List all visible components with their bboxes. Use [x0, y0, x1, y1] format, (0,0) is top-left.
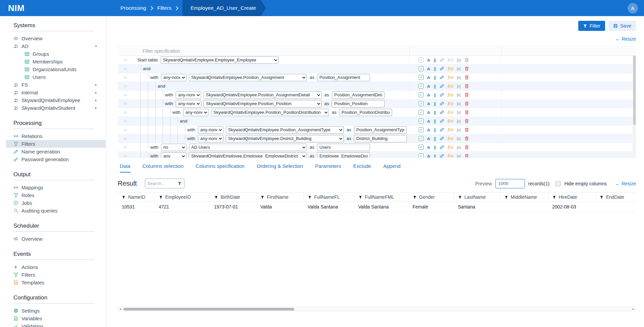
delete-icon[interactable]	[464, 75, 469, 80]
alias-input[interactable]	[332, 100, 385, 107]
distinct-icon[interactable]: |x|	[457, 75, 461, 80]
sidebar-item-roles[interactable]: Roles	[6, 191, 106, 199]
scrollbar-thumb[interactable]	[633, 56, 636, 125]
delete-icon[interactable]	[464, 92, 469, 97]
scrollbar-thumb[interactable]	[123, 308, 294, 311]
delete-icon[interactable]	[464, 153, 469, 158]
delete-icon[interactable]	[464, 127, 469, 132]
row-active-checkbox[interactable]: ✓	[419, 145, 424, 150]
sidebar-item-fs[interactable]: FS▸	[6, 81, 106, 89]
sidebar-item-groups[interactable]: Groups	[6, 50, 106, 58]
distinct-icon[interactable]: |x|	[457, 154, 461, 158]
sidebar-item-validation[interactable]: Validation	[6, 322, 106, 327]
tab-append[interactable]: Append	[383, 163, 400, 173]
and-operator-icon[interactable]: &	[427, 84, 430, 89]
column-filter-icon[interactable]	[458, 195, 462, 199]
row-active-checkbox[interactable]: ✓	[419, 84, 424, 89]
delete-icon[interactable]	[464, 57, 469, 62]
link-icon[interactable]	[439, 92, 444, 97]
table-select[interactable]: AD.Users	[189, 144, 307, 151]
tab-columns-specification[interactable]: Columns specification	[196, 163, 245, 173]
distinct-icon[interactable]: |x|	[457, 84, 461, 89]
or-operator-icon[interactable]: ||	[434, 58, 436, 62]
sidebar-item-skywardqmlativemployee[interactable]: SkywardQmlativEmployee▸	[6, 96, 106, 104]
scroll-left-icon[interactable]: ◂	[118, 307, 123, 311]
row-active-checkbox[interactable]: ✓	[419, 127, 424, 132]
filter-button[interactable]: Filter	[578, 21, 605, 31]
alias-input[interactable]	[354, 135, 407, 142]
link-icon[interactable]	[439, 57, 444, 62]
alias-input[interactable]	[317, 144, 370, 151]
column-filter-icon[interactable]	[359, 195, 362, 199]
chevron-right-icon[interactable]: ▸	[95, 106, 97, 110]
sidebar-item-name-generation[interactable]: Name generation	[6, 148, 106, 155]
function-icon[interactable]: f(x)	[448, 136, 453, 141]
column-filter-icon[interactable]	[308, 195, 312, 199]
horizontal-scrollbar[interactable]: ◂ ▸	[118, 307, 636, 311]
sidebar-item-password-generation[interactable]: Password generation	[6, 155, 106, 163]
sidebar-item-memberships[interactable]: Memberships	[6, 58, 106, 65]
or-operator-icon[interactable]: ||	[434, 154, 436, 158]
distinct-icon[interactable]: |x|	[457, 119, 461, 124]
mode-select[interactable]: any-none	[176, 91, 201, 99]
sidebar-item-organizationalunits[interactable]: OrganizationalUnits	[6, 65, 106, 73]
distinct-icon[interactable]: |x|	[457, 128, 461, 132]
hide-empty-checkbox[interactable]	[555, 181, 561, 186]
drag-handle[interactable]	[118, 64, 133, 73]
sidebar-item-auditing-queries[interactable]: Auditing queries	[6, 207, 106, 215]
distinct-icon[interactable]: |x|	[457, 145, 461, 150]
table-row[interactable]: 10531 4721 1973-07-01 Valda Valda Santan…	[118, 202, 636, 212]
row-active-checkbox[interactable]: ✓	[419, 101, 424, 106]
drag-handle[interactable]	[118, 56, 133, 64]
sidebar-item-filters[interactable]: Filters	[6, 140, 106, 148]
chevron-down-icon[interactable]: ▾	[95, 44, 97, 48]
scroll-right-icon[interactable]: ▸	[631, 307, 636, 311]
function-icon[interactable]: f(x)	[448, 75, 453, 80]
or-operator-icon[interactable]: ||	[434, 75, 436, 80]
function-icon[interactable]: f(x)	[448, 119, 453, 124]
or-operator-icon[interactable]: ||	[434, 119, 436, 124]
and-operator-icon[interactable]: &	[427, 136, 430, 141]
search-filter-icon[interactable]	[177, 181, 182, 186]
table-select[interactable]: SkywardQmlativEmployee.Position_Position	[204, 100, 322, 107]
sidebar-item-relations[interactable]: Relations	[6, 132, 106, 140]
table-select[interactable]: SkywardQmlativEmployee.Position_Position…	[211, 109, 329, 116]
breadcrumb-item-processing[interactable]: Processing	[118, 5, 149, 11]
or-operator-icon[interactable]: ||	[434, 136, 436, 141]
or-operator-icon[interactable]: ||	[434, 84, 436, 89]
chevron-right-icon[interactable]: ▸	[95, 98, 97, 102]
breadcrumb-item-current[interactable]: Employee_AD_User_Create	[182, 0, 266, 16]
link-icon[interactable]	[439, 75, 444, 80]
row-active-checkbox[interactable]: ✓	[419, 153, 424, 158]
row-active-checkbox[interactable]: ✓	[419, 92, 424, 97]
mode-select[interactable]: any-none	[176, 100, 201, 107]
sidebar-item-internal[interactable]: internal▸	[6, 89, 106, 96]
link-icon[interactable]	[439, 153, 444, 158]
link-icon[interactable]	[439, 66, 444, 71]
distinct-icon[interactable]: |x|	[457, 110, 461, 115]
delete-icon[interactable]	[464, 145, 469, 150]
mode-select[interactable]: any-none	[198, 135, 223, 142]
drag-handle[interactable]	[118, 117, 133, 125]
sidebar-item-users[interactable]: Users	[6, 73, 106, 81]
function-icon[interactable]: f(x)	[448, 66, 453, 71]
or-operator-icon[interactable]: ||	[434, 101, 436, 106]
sidebar-item-templates[interactable]: Templates	[6, 279, 106, 286]
or-operator-icon[interactable]: ||	[434, 66, 436, 71]
sidebar-item-actions[interactable]: Actions	[6, 263, 106, 271]
search-box[interactable]	[145, 179, 184, 188]
and-operator-icon[interactable]: &	[427, 57, 430, 63]
link-icon[interactable]	[439, 84, 444, 89]
and-operator-icon[interactable]: &	[427, 66, 430, 72]
column-filter-icon[interactable]	[600, 195, 603, 199]
chevron-right-icon[interactable]: ▸	[95, 83, 97, 87]
or-operator-icon[interactable]: ||	[434, 93, 436, 97]
delete-icon[interactable]	[464, 101, 469, 106]
alias-input[interactable]	[332, 91, 385, 99]
tab-exclude[interactable]: Exclude	[353, 163, 371, 173]
alias-input[interactable]	[317, 152, 370, 158]
delete-icon[interactable]	[464, 66, 469, 71]
function-icon[interactable]: f(x)	[448, 127, 453, 132]
column-filter-icon[interactable]	[413, 195, 417, 199]
drag-handle[interactable]	[118, 82, 133, 90]
